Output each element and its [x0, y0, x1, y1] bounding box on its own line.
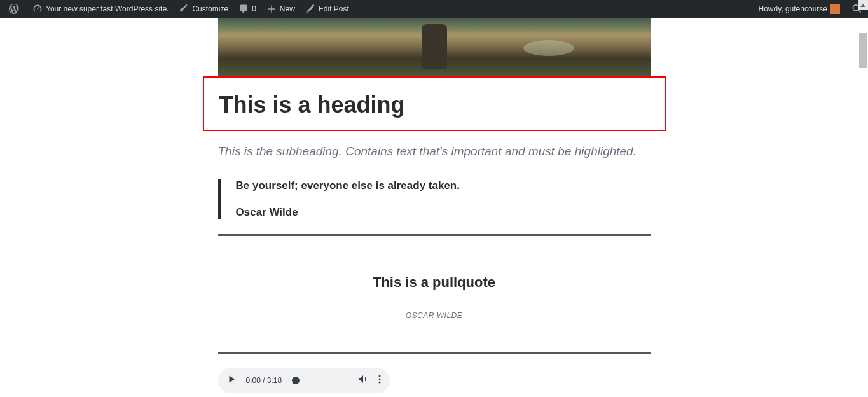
blockquote-author: Oscar Wilde	[236, 206, 651, 219]
audio-time: 0:00 / 3:18	[246, 376, 282, 385]
scrollbar-thumb[interactable]	[859, 33, 867, 68]
audio-player[interactable]: 0:00 / 3:18	[218, 368, 390, 393]
comment-count: 0	[252, 4, 256, 13]
hero-image	[218, 18, 651, 76]
content-area: This is a heading This is the subheading…	[0, 18, 868, 397]
comments-link[interactable]: 0	[233, 0, 261, 18]
page-heading: This is a heading	[219, 92, 649, 118]
brush-icon	[179, 4, 189, 14]
svg-point-2	[378, 382, 380, 384]
greeting-text: Howdy, gutencourse	[758, 4, 827, 13]
new-label: New	[280, 4, 295, 13]
svg-point-1	[378, 379, 380, 380]
user-menu[interactable]: Howdy, gutencourse	[753, 0, 845, 18]
svg-point-0	[378, 375, 380, 377]
play-icon[interactable]	[227, 375, 236, 386]
volume-icon[interactable]	[358, 374, 368, 387]
subheading-text: This is the subheading. Contains text th…	[218, 141, 651, 162]
new-link[interactable]: New	[261, 0, 300, 18]
customize-link[interactable]: Customize	[174, 0, 233, 18]
wordpress-icon	[9, 4, 19, 14]
edit-post-label: Edit Post	[319, 4, 349, 13]
admin-bar: Your new super fast WordPress site. Cust…	[0, 0, 868, 18]
dashboard-icon	[32, 4, 43, 14]
admin-bar-left: Your new super fast WordPress site. Cust…	[4, 0, 354, 18]
wordpress-menu[interactable]	[4, 0, 27, 18]
pullquote-author: OSCAR WILDE	[233, 311, 635, 320]
pullquote-text: This is a pullquote	[233, 274, 635, 291]
plus-icon	[266, 4, 277, 14]
heading-highlight-annotation: This is a heading	[203, 76, 666, 131]
site-menu[interactable]: Your new super fast WordPress site.	[27, 0, 174, 18]
customize-label: Customize	[192, 4, 228, 13]
audio-progress-thumb[interactable]	[292, 377, 300, 384]
avatar	[830, 4, 840, 14]
menu-dots-icon[interactable]	[378, 375, 381, 386]
content-wrapper: This is a heading This is the subheading…	[218, 18, 651, 393]
blockquote-text: Be yourself; everyone else is already ta…	[236, 179, 651, 192]
edit-post-link[interactable]: Edit Post	[300, 0, 354, 18]
pullquote: This is a pullquote OSCAR WILDE	[218, 234, 651, 354]
comment-icon	[238, 4, 249, 14]
site-title: Your new super fast WordPress site.	[46, 4, 169, 13]
blockquote: Be yourself; everyone else is already ta…	[218, 179, 651, 219]
scroll-up-arrow[interactable]	[858, 0, 868, 10]
admin-bar-right: Howdy, gutencourse	[753, 0, 864, 18]
pencil-icon	[305, 4, 315, 14]
